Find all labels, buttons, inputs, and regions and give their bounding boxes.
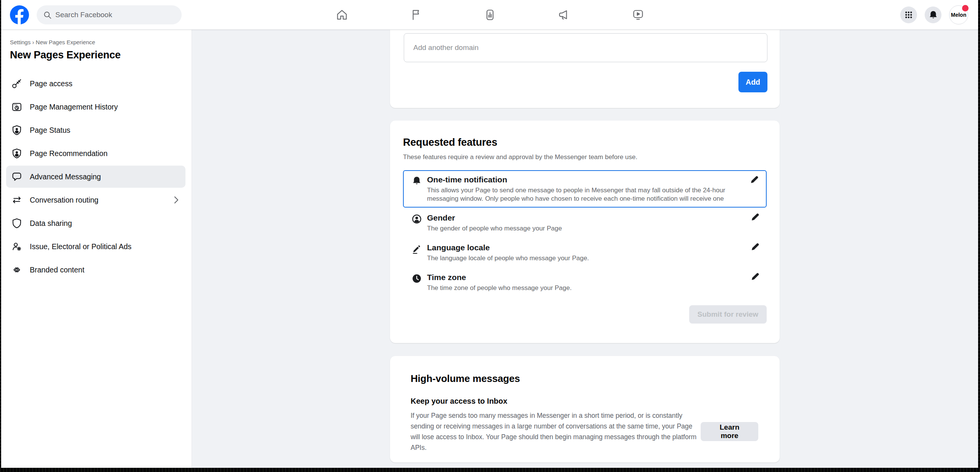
feature-description: The language locale of people who messag… (427, 254, 589, 263)
feature-title: Time zone (427, 272, 572, 282)
sidebar-item-label: Issue, Electoral or Political Ads (30, 242, 132, 251)
feature-text: Language locale The language locale of p… (427, 243, 589, 263)
history-window-icon (11, 101, 23, 113)
sidebar-item-data-sharing[interactable]: Data sharing (6, 212, 185, 234)
navbar-tabs (335, 0, 645, 30)
facebook-logo[interactable] (10, 5, 29, 24)
edit-pencil-icon[interactable] (749, 272, 761, 283)
sidebar-item-conversation-routing[interactable]: Conversation routing (6, 189, 185, 211)
high-volume-title: High-volume messages (411, 373, 759, 385)
submit-for-review-button[interactable]: Submit for review (689, 305, 767, 324)
feature-gender[interactable]: Gender The gender of people who message … (403, 208, 767, 237)
settings-sidebar: Settings › New Pages Experience New Page… (0, 30, 192, 468)
feature-language-locale[interactable]: Language locale The language locale of p… (403, 238, 767, 267)
navbar-right-actions: Melon (900, 0, 968, 30)
requested-features-title: Requested features (403, 137, 767, 148)
pages-flag-icon[interactable] (409, 8, 422, 21)
feature-time-zone[interactable]: Time zone The time zone of people who me… (403, 268, 767, 297)
sidebar-item-page-recommendation[interactable]: Page Recommendation (6, 142, 185, 164)
screen-edge-left (0, 0, 1, 472)
edit-pencil-icon[interactable] (749, 242, 761, 253)
chat-bubble-icon (11, 171, 23, 182)
person-circle-icon (411, 214, 422, 224)
feature-text: Time zone The time zone of people who me… (427, 272, 572, 292)
screen-edge-right (978, 0, 980, 472)
submit-row: Submit for review (403, 305, 767, 324)
sidebar-item-page-management-history[interactable]: Page Management History (6, 96, 185, 118)
sidebar-item-label: Page Recommendation (30, 149, 108, 158)
pencil-line-icon (411, 243, 422, 254)
insights-icon[interactable] (484, 8, 496, 21)
sidebar-item-label: Page access (30, 79, 73, 88)
sidebar-item-label: Advanced Messaging (30, 172, 101, 181)
shield-person-icon (11, 148, 23, 159)
high-volume-body: If your Page sends too many messages in … (411, 410, 701, 453)
sidebar-item-branded-content[interactable]: Branded content (6, 259, 185, 281)
clock-icon (411, 273, 422, 284)
top-navbar: Melon (0, 0, 980, 30)
apps-grid-icon[interactable] (900, 6, 917, 23)
sidebar-item-page-access[interactable]: Page access (6, 72, 185, 95)
feature-title: Language locale (427, 243, 589, 253)
sidebar-item-label: Page Management History (30, 103, 118, 111)
feature-one-time-notification[interactable]: One-time notification This allows your P… (403, 170, 767, 208)
key-icon (11, 78, 23, 89)
breadcrumb-current: New Pages Experience (36, 39, 95, 45)
notifications-bell-icon[interactable] (925, 6, 941, 23)
search-input[interactable] (55, 11, 170, 19)
sidebar-item-label: Conversation routing (30, 196, 98, 205)
screen-edge-bottom (0, 468, 980, 472)
keep-access-subtitle: Keep your access to Inbox (411, 397, 759, 406)
high-volume-row: If your Page sends too many messages in … (411, 410, 759, 453)
edit-pencil-icon[interactable] (749, 212, 761, 224)
sidebar-item-advanced-messaging[interactable]: Advanced Messaging (6, 166, 185, 188)
profile-name: Melon (951, 12, 966, 18)
breadcrumb-root[interactable]: Settings (10, 39, 31, 45)
feature-description: The gender of people who message your Pa… (427, 224, 562, 233)
breadcrumb: Settings › New Pages Experience (10, 39, 192, 45)
bell-icon (411, 176, 422, 186)
sidebar-menu: Page access Page Management History Page… (0, 72, 192, 281)
shield-icon (11, 217, 23, 229)
person-gear-icon (11, 241, 23, 252)
feature-title: One-time notification (427, 175, 743, 185)
sidebar-item-label: Branded content (30, 266, 84, 274)
feature-description: The time zone of people who message your… (427, 284, 572, 292)
home-icon[interactable] (335, 8, 348, 21)
feature-description: This allows your Page to send one messag… (427, 186, 743, 203)
shield-person-icon (11, 124, 23, 136)
routing-arrows-icon (11, 194, 23, 206)
add-domain-input[interactable] (404, 33, 767, 62)
feature-title: Gender (427, 213, 562, 223)
requested-features-card: Requested features These features requir… (390, 121, 780, 343)
edit-pencil-icon[interactable] (748, 175, 760, 186)
facebook-search[interactable] (37, 5, 182, 24)
profile-notification-dot (962, 5, 969, 11)
sidebar-item-label: Page Status (30, 126, 70, 135)
feature-text: Gender The gender of people who message … (427, 213, 562, 233)
sidebar-item-page-status[interactable]: Page Status (6, 119, 185, 141)
sidebar-item-issue-electoral-political-ads[interactable]: Issue, Electoral or Political Ads (6, 235, 185, 258)
high-volume-messages-card: High-volume messages Keep your access to… (390, 356, 780, 462)
feature-text: One-time notification This allows your P… (427, 175, 743, 203)
chevron-right-icon (174, 196, 179, 204)
learn-more-button[interactable]: Learn more (701, 422, 758, 441)
megaphone-icon[interactable] (558, 8, 571, 21)
add-button[interactable]: Add (738, 72, 767, 92)
handshake-icon (11, 264, 23, 275)
video-icon[interactable] (632, 8, 645, 21)
add-domain-card: Add (390, 30, 780, 108)
requested-features-subtitle: These features require a review and appr… (403, 153, 767, 161)
profile-avatar[interactable]: Melon (949, 5, 968, 24)
sidebar-item-label: Data sharing (30, 219, 72, 228)
search-icon (44, 11, 52, 19)
features-list: One-time notification This allows your P… (403, 170, 767, 297)
breadcrumb-separator: › (32, 39, 34, 45)
page-title: New Pages Experience (10, 49, 192, 61)
